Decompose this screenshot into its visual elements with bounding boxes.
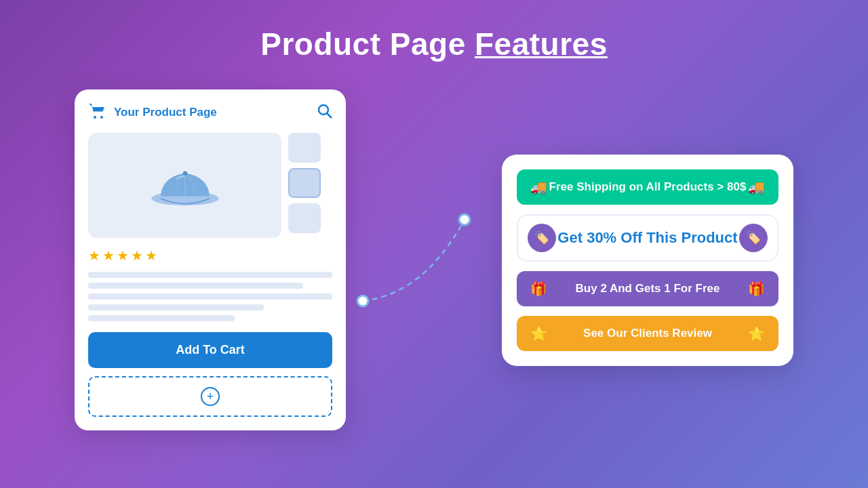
- add-widget-area[interactable]: +: [88, 376, 332, 417]
- features-panel: 🚚 Free Shipping on All Products > 80$ 🚚 …: [502, 155, 793, 366]
- shipping-text: Free Shipping on All Products > 80$: [547, 180, 748, 194]
- star-icon-left: ⭐: [530, 325, 547, 342]
- percent-icon-right: 🏷️: [746, 230, 761, 245]
- star-4: ★: [131, 247, 143, 264]
- gift-icon-right: 🎁: [748, 281, 765, 297]
- review-row[interactable]: ⭐ See Our Clients Review ⭐: [517, 316, 778, 351]
- product-card: Your Product Page: [75, 89, 346, 430]
- star-5: ★: [145, 247, 157, 264]
- discount-row[interactable]: 🏷️ Get 30% Off This Product 🏷️: [517, 214, 778, 262]
- truck-icon-left: 🚚: [530, 179, 547, 195]
- discount-badge-left: 🏷️: [528, 224, 556, 252]
- content-area: Your Product Page: [0, 69, 868, 430]
- cart-icon: [88, 103, 107, 122]
- product-page-title: Your Product Page: [114, 106, 217, 119]
- connector-area: [356, 192, 492, 328]
- main-product-image: [88, 133, 281, 238]
- review-text: See Our Clients Review: [547, 327, 748, 340]
- star-1: ★: [88, 247, 100, 264]
- hat-illustration: [144, 155, 226, 216]
- buy2-row[interactable]: 🎁 Buy 2 And Gets 1 For Free 🎁: [517, 271, 778, 306]
- buy2-text: Buy 2 And Gets 1 For Free: [547, 282, 748, 296]
- star-3: ★: [117, 247, 129, 264]
- search-icon[interactable]: [317, 104, 332, 121]
- add-to-cart-button[interactable]: Add To Cart: [88, 332, 332, 368]
- svg-point-6: [357, 296, 368, 306]
- connector-svg: [356, 192, 492, 328]
- desc-line-4: [88, 304, 264, 310]
- product-description-lines: [88, 272, 332, 321]
- svg-point-1: [100, 116, 103, 119]
- product-stars: ★ ★ ★ ★ ★: [88, 247, 332, 264]
- star-2: ★: [102, 247, 115, 264]
- star-icon-right: ⭐: [748, 325, 765, 342]
- thumbnail-1[interactable]: [288, 133, 321, 163]
- desc-line-2: [88, 283, 303, 289]
- desc-line-5: [88, 315, 235, 321]
- svg-point-0: [94, 116, 96, 119]
- thumbnail-3[interactable]: [288, 203, 321, 233]
- desc-line-1: [88, 272, 332, 278]
- page-title: Product Page Features: [0, 0, 868, 62]
- free-shipping-row[interactable]: 🚚 Free Shipping on All Products > 80$ 🚚: [517, 169, 778, 205]
- svg-point-5: [182, 171, 187, 176]
- svg-point-2: [319, 105, 328, 115]
- card-header: Your Product Page: [88, 103, 332, 122]
- truck-icon-right: 🚚: [748, 179, 765, 195]
- gift-icon-left: 🎁: [530, 281, 547, 297]
- percent-icon-left: 🏷️: [534, 230, 549, 245]
- discount-text: Get 30% Off This Product: [556, 229, 739, 247]
- thumbnail-2[interactable]: [288, 168, 321, 198]
- svg-line-3: [328, 114, 332, 119]
- svg-point-7: [459, 214, 470, 225]
- product-image-area: [88, 133, 332, 238]
- product-thumbnails: [288, 133, 321, 238]
- add-widget-plus: +: [201, 387, 220, 406]
- desc-line-3: [88, 293, 332, 300]
- discount-badge-right: 🏷️: [739, 224, 768, 252]
